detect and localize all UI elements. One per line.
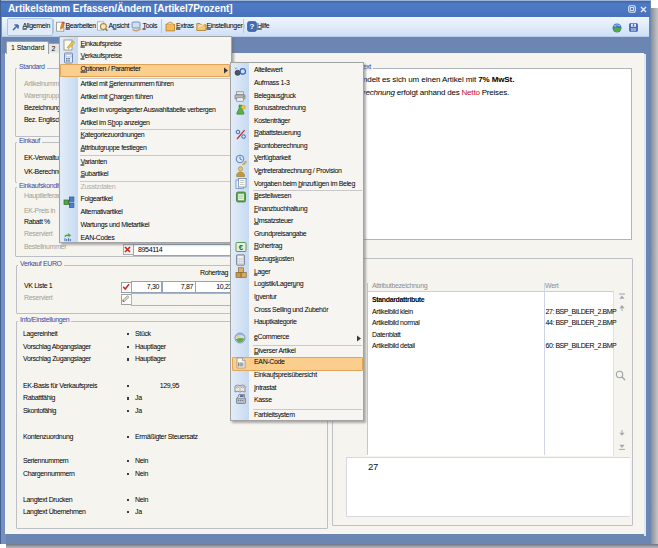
svg-text:?: ? <box>250 22 255 31</box>
svg-text:€: € <box>238 243 243 252</box>
